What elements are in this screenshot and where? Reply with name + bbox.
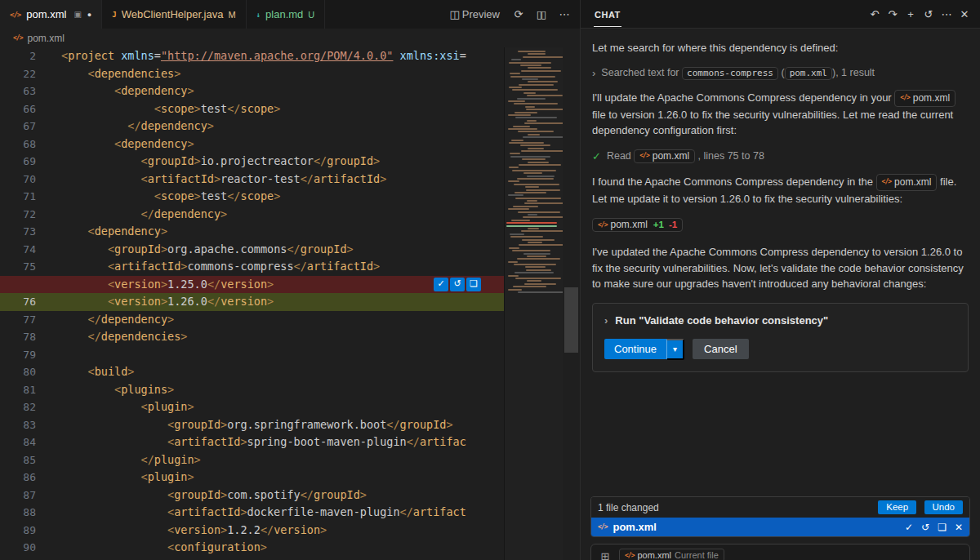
minimap-line-mark [508,208,528,210]
git-status-badge: U [308,10,314,20]
code-line[interactable]: 22 <dependencies> [0,65,504,83]
code-line[interactable]: 70 <artifactId>reactor-test</artifactId> [0,171,504,189]
code-line[interactable]: 76 <version>1.26.0</version> [0,293,504,311]
minimap-line-mark [513,126,530,127]
continue-button[interactable]: Continue [604,339,666,359]
file-chip[interactable]: </>pom.xml [634,149,695,163]
code-line[interactable]: 82 <plugin> [0,398,504,416]
minimap-line-mark [513,286,546,287]
confirmation-title[interactable]: ›Run "Validate code behavior consistency… [604,314,956,327]
modified-dot-icon[interactable]: ● [87,11,91,19]
chat-header: CHAT ↶ ↷ + ↺ ⋯ ✕ [581,0,980,29]
code-line[interactable]: 69 <groupId>io.projectreactor</groupId> [0,153,504,171]
code-line[interactable]: 89 <version>1.2.2</version> [0,522,504,540]
view-change-icon[interactable]: ❏ [466,278,481,291]
more-icon[interactable]: ⋯ [938,5,956,23]
assistant-message: I found the Apache Commons Compress depe… [592,174,969,207]
preview-button[interactable]: ◫ Preview [444,5,505,24]
minimap-line-mark [509,167,519,168]
code-line[interactable]: 67 </dependency> [0,118,504,136]
close-icon[interactable]: ✕ [956,5,973,23]
code-line[interactable]: 79 [0,346,504,364]
tool-call-row[interactable]: ›Searched text for commons-compress (pom… [592,67,969,79]
tool-result-row[interactable]: ✓Read </>pom.xml , lines 75 to 78 [592,149,969,163]
code-line[interactable]: 71 <scope>test</scope> [0,188,504,206]
add-context-icon[interactable]: ⊞ [598,549,612,560]
code-line[interactable]: 83 <groupId>org.springframework.boot</gr… [0,416,504,434]
minimap-line-mark [518,131,554,132]
changed-file-row[interactable]: </> pom.xml ✓ ↺ ❏ ✕ [591,518,969,536]
minimap-line-mark [528,53,546,55]
open-changes-icon[interactable]: ⟳ [508,5,528,24]
code-line[interactable]: 88 <artifactId>dockerfile-maven-plugin</… [0,504,504,522]
cancel-button[interactable]: Cancel [693,339,748,359]
minimap[interactable] [504,47,563,560]
keep-button[interactable]: Keep [878,500,916,514]
chat-input-bar[interactable]: ⊞ </> pom.xml Current file [590,544,970,560]
accept-change-icon[interactable]: ✓ [434,278,448,291]
code-line[interactable]: <version>1.25.0</version>✓↺❏ [0,276,504,294]
remove-file-icon[interactable]: ✕ [955,522,963,533]
file-chip[interactable]: </>pom.xml [894,90,956,107]
breadcrumb[interactable]: </> pom.xml [0,29,580,47]
redo-icon[interactable]: ↷ [884,5,902,23]
code-line[interactable]: 73 <dependency> [0,223,504,241]
code-line[interactable]: 81 <plugins> [0,381,504,399]
tab-plan.md[interactable]: ↓plan.mdU [247,0,326,29]
code-line[interactable]: 2<project xmlns="http://maven.apache.org… [0,47,504,65]
tab-pom.xml[interactable]: </>pom.xml▣● [0,0,102,29]
chat-title-tab[interactable]: CHAT [594,2,621,27]
code-line[interactable]: 74 <groupId>org.apache.commons</groupId> [0,241,504,259]
code-line[interactable]: 72 </dependency> [0,206,504,224]
undo-icon[interactable]: ↶ [866,5,884,23]
confirmation-title-text: Run "Validate code behavior consistency" [615,314,828,327]
code-line[interactable]: 87 <groupId>com.spotify</groupId> [0,487,504,504]
more-actions-icon[interactable]: ⋯ [554,5,573,24]
new-chat-icon[interactable]: + [902,5,920,23]
editor-scrollbar[interactable] [563,47,580,560]
minimap-line-mark [528,214,537,216]
scrollbar-thumb[interactable] [564,287,578,353]
file-chip[interactable]: </>pom.xml [876,174,938,191]
assistant-message: I've updated the Apache Commons Compress… [592,244,969,292]
code-line[interactable]: 78 </dependencies> [0,328,504,346]
line-number: 77 [0,311,41,329]
code-area[interactable]: 2<project xmlns="http://maven.apache.org… [0,47,504,560]
minimap-line-mark [510,153,520,154]
minimap-line-mark [525,106,535,108]
code-line[interactable]: 86 <plugin> [0,469,504,487]
code-line[interactable]: 68 <dependency> [0,136,504,153]
file-diff-chip[interactable]: </>pom.xml+1-1 [592,218,683,232]
history-icon[interactable]: ↺ [920,5,938,23]
java-file-icon: J [112,11,115,19]
code-line[interactable]: 90 <configuration> [0,539,504,557]
tab-WebClientHelper.java[interactable]: JWebClientHelper.javaM [102,0,246,29]
git-status-badge: M [228,10,235,20]
minimap-line-mark [525,266,546,268]
continue-dropdown-icon[interactable]: ▾ [666,339,684,360]
pin-icon[interactable]: ▣ [74,10,81,19]
code-text: <plugin> [41,398,194,416]
tab-label: pom.xml [26,8,66,20]
code-line[interactable]: 84 <artifactId>spring-boot-maven-plugin<… [0,433,504,451]
code-text: <groupId>org.springframework.boot</group… [41,416,453,434]
line-number: 86 [0,469,41,487]
split-editor-icon[interactable]: ▯▯ [531,5,550,24]
discard-change-icon[interactable]: ↺ [450,278,465,291]
code-text: <dependencies> [41,65,180,83]
code-line[interactable]: 75 <artifactId>commons-compress</artifac… [0,258,504,276]
minimap-line-mark [524,202,563,204]
code-line[interactable]: 85 </plugin> [0,451,504,469]
open-diff-icon[interactable]: ❏ [938,522,947,533]
inline-code-chip[interactable]: commons-compress [682,67,778,80]
context-chip[interactable]: </> pom.xml Current file [619,549,724,560]
undo-button[interactable]: Undo [924,500,964,514]
inline-code-chip[interactable]: pom.xml [785,67,832,80]
code-line[interactable]: 77 </dependency> [0,311,504,329]
discard-file-icon[interactable]: ↺ [921,522,929,533]
tab-label: WebClientHelper.java [122,8,224,20]
code-line[interactable]: 80 <build> [0,363,504,381]
code-line[interactable]: 63 <dependency> [0,82,504,100]
accept-file-icon[interactable]: ✓ [905,522,913,533]
code-line[interactable]: 66 <scope>test</scope> [0,100,504,118]
